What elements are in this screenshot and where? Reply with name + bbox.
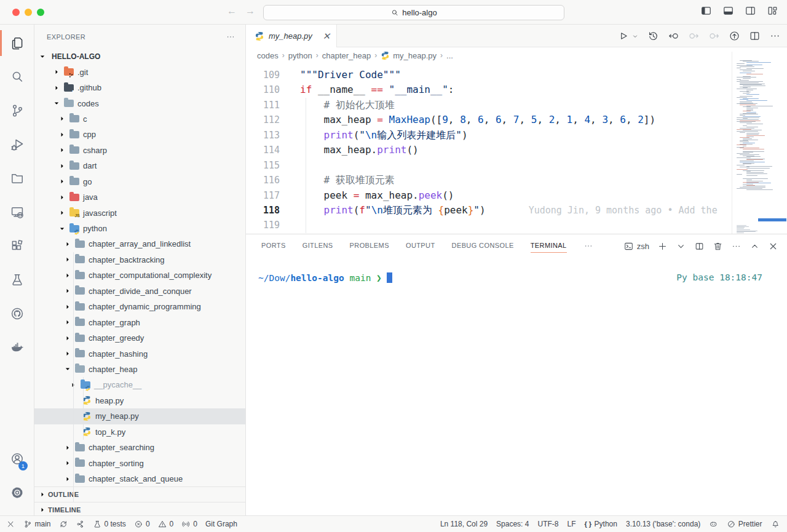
tree-item-chapter-array-and-linkedlist[interactable]: chapter_array_and_linkedlist <box>34 236 245 252</box>
breadcrumb-item[interactable]: python <box>288 51 312 60</box>
tree-item-heap-py[interactable]: heap.py <box>34 393 245 408</box>
code-line-118[interactable]: 118 print(f"\n堆顶元素为 {peek}")Yudong Jin, … <box>246 203 732 218</box>
tree-item-c[interactable]: c <box>34 111 245 127</box>
tree-item-chapter-graph[interactable]: chapter_graph <box>34 314 245 330</box>
chevron-down-small-icon[interactable] <box>631 33 639 40</box>
activity-item-github[interactable] <box>0 299 34 328</box>
breadcrumb-item[interactable]: chapter_heap <box>322 51 371 60</box>
status-item-sync[interactable] <box>59 520 68 529</box>
activity-item-docker[interactable] <box>0 333 34 362</box>
tree-item-chapter-sorting[interactable]: chapter_sorting <box>34 455 245 470</box>
activity-item-folder[interactable] <box>0 164 34 193</box>
status-item-ln-118-col-29[interactable]: Ln 118, Col 29 <box>440 520 488 528</box>
run-icon[interactable] <box>617 30 629 42</box>
status-item-3-10-13-base-conda-[interactable]: 3.10.13 ('base': conda) <box>626 520 700 528</box>
tree-item-top-k-py[interactable]: top_k.py <box>34 424 245 440</box>
commit-graph-icon[interactable] <box>729 30 740 42</box>
tree-item-chapter-backtracking[interactable]: chapter_backtracking <box>34 252 245 268</box>
status-item-bell[interactable] <box>771 520 780 529</box>
tree-item-python[interactable]: python <box>34 221 245 236</box>
code-line-116[interactable]: 116 # 获取堆顶元素 <box>246 173 732 188</box>
status-item-gitlens[interactable] <box>76 520 85 529</box>
sidebar-section-timeline[interactable]: TIMELINE <box>34 502 245 515</box>
nav-back-icon[interactable]: ← <box>225 6 239 17</box>
activity-item-source-control[interactable] <box>0 96 34 125</box>
chevron-up-icon[interactable] <box>749 241 760 252</box>
tree-item-chapter-heap[interactable]: chapter_heap <box>34 362 245 377</box>
code-line-109[interactable]: 109"""Driver Code""" <box>246 68 732 82</box>
code-line-112[interactable]: 112 max_heap = MaxHeap([9, 8, 6, 6, 7, 5… <box>246 113 732 127</box>
tree-item-codes[interactable]: codes <box>34 95 245 111</box>
open-changes-icon[interactable] <box>668 30 679 42</box>
panel-tab-debug-console[interactable]: DEBUG CONSOLE <box>452 239 514 253</box>
tree-item-chapter-computational-complexity[interactable]: chapter_computational_complexity <box>34 268 245 283</box>
panel-tab-output[interactable]: OUTPUT <box>406 239 435 253</box>
close-tab-icon[interactable]: ✕ <box>322 31 330 42</box>
trash-icon[interactable] <box>713 241 723 252</box>
nav-forward-icon[interactable]: → <box>243 6 257 17</box>
tree-item-cpp[interactable]: cpp <box>34 127 245 142</box>
status-item-copilot[interactable] <box>709 520 718 529</box>
tab-my-heap[interactable]: my_heap.py ✕ <box>246 25 337 47</box>
code-line-114[interactable]: 114 max_heap.print() <box>246 143 732 157</box>
next-change-icon[interactable] <box>708 30 720 42</box>
layout-customize-icon[interactable] <box>767 5 778 17</box>
tree-item-chapter-divide-and-conquer[interactable]: chapter_divide_and_conquer <box>34 284 245 299</box>
tree-item--pycache-[interactable]: __pycache__ <box>34 377 245 392</box>
status-item-0[interactable]: 0 <box>158 520 174 529</box>
activity-item-search[interactable] <box>0 62 34 92</box>
panel-tab-problems[interactable]: PROBLEMS <box>350 239 389 253</box>
tree-item-chapter-hashing[interactable]: chapter_hashing <box>34 346 245 361</box>
tree-item-csharp[interactable]: csharp <box>34 143 245 158</box>
split-editor-icon[interactable] <box>749 30 761 42</box>
status-item-main[interactable]: main <box>23 520 51 529</box>
terminal[interactable]: ~/Dow/hello-algo main ❯ Py base 18:18:47 <box>246 258 787 283</box>
status-item-git-graph[interactable]: Git Graph <box>205 520 237 528</box>
tree-item-java[interactable]: java <box>34 189 245 205</box>
breadcrumb-item[interactable]: my_heap.py <box>381 51 437 60</box>
status-item-0-tests[interactable]: 0 tests <box>93 520 126 529</box>
tree-root[interactable]: HELLO-ALGO <box>34 49 245 64</box>
breadcrumb-item[interactable]: ... <box>446 51 453 60</box>
split-sm-icon[interactable] <box>694 241 705 252</box>
activity-item-remote-explorer[interactable] <box>0 197 34 227</box>
tree-item-chapter-greedy[interactable]: chapter_greedy <box>34 330 245 346</box>
status-item-0[interactable]: 0 <box>181 520 197 529</box>
status-item-remote[interactable] <box>6 520 15 529</box>
panel-tab-ports[interactable]: PORTS <box>261 239 286 253</box>
status-item-lf[interactable]: LF <box>567 520 575 528</box>
breadcrumb-item[interactable]: codes <box>257 51 279 60</box>
terminal-instance-zsh[interactable]: zsh <box>623 241 649 252</box>
status-item-prettier[interactable]: Prettier <box>727 520 762 529</box>
tree-item-dart[interactable]: dart <box>34 158 245 173</box>
status-item-utf-8[interactable]: UTF-8 <box>537 520 558 528</box>
settings-button[interactable] <box>0 478 34 507</box>
code-line-119[interactable]: 119 <box>246 218 732 232</box>
code-editor[interactable]: 109"""Driver Code"""110if __name__ == "_… <box>246 63 732 234</box>
accounts-button[interactable]: 1 <box>0 444 34 474</box>
history-icon[interactable] <box>647 30 659 42</box>
tree-item-my-heap-py[interactable]: my_heap.py <box>34 408 245 424</box>
panel-tab-gitlens[interactable]: GITLENS <box>303 239 333 253</box>
plus-icon[interactable] <box>657 241 668 252</box>
status-item-spaces-4[interactable]: Spaces: 4 <box>496 520 529 528</box>
tree-item-javascript[interactable]: JSjavascript <box>34 205 245 220</box>
more-icon[interactable] <box>731 241 742 252</box>
status-item-0[interactable]: 0 <box>134 520 150 529</box>
close-icon[interactable] <box>768 241 778 252</box>
status-item-python[interactable]: { }Python <box>584 520 617 528</box>
close-window-button[interactable] <box>12 9 20 16</box>
activity-item-testing[interactable] <box>0 265 34 295</box>
code-line-110[interactable]: 110if __name__ == "__main__": <box>246 82 732 97</box>
prev-change-icon[interactable] <box>688 30 700 42</box>
tree-item-chapter-dynamic-programming[interactable]: chapter_dynamic_programming <box>34 299 245 314</box>
code-line-111[interactable]: 111 # 初始化大顶堆 <box>246 98 732 113</box>
tree-item--github[interactable]: ●.github <box>34 80 245 95</box>
layout-sidebar-right-icon[interactable] <box>745 5 756 17</box>
command-center-search[interactable]: hello-algo <box>263 5 564 20</box>
tree-item-go[interactable]: go <box>34 174 245 189</box>
zoom-window-button[interactable] <box>37 9 44 16</box>
more-icon[interactable] <box>769 30 781 42</box>
tree-item-chapter-stack-and-queue[interactable]: chapter_stack_and_queue <box>34 471 245 486</box>
more-icon[interactable] <box>583 241 593 251</box>
